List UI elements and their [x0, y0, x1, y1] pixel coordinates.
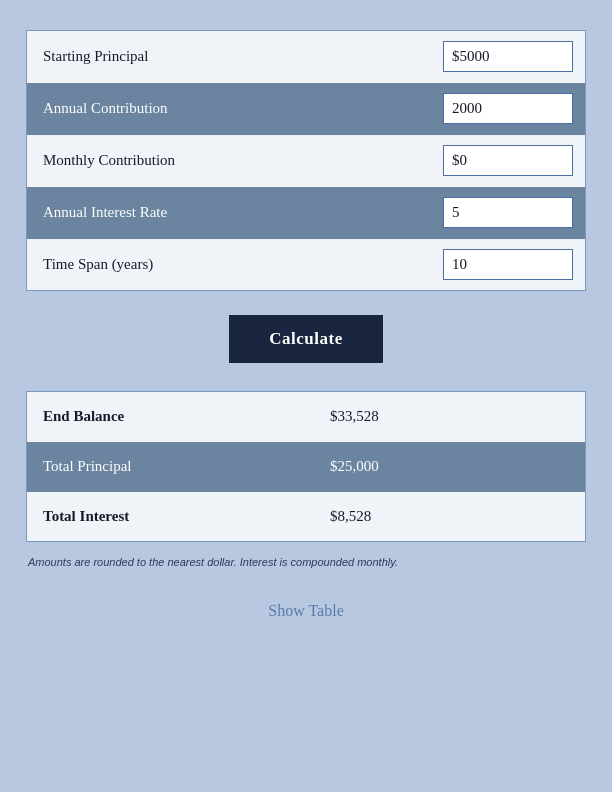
- calculate-button[interactable]: Calculate: [229, 315, 382, 363]
- input-row-cell-2[interactable]: [334, 135, 586, 187]
- input-row-cell-3[interactable]: [334, 187, 586, 239]
- button-container: Calculate: [26, 315, 586, 363]
- result-label-2: Total Interest: [27, 492, 307, 542]
- result-label-1: Total Principal: [27, 442, 307, 492]
- annual-contribution-input[interactable]: [443, 93, 573, 124]
- input-row-cell-4[interactable]: [334, 239, 586, 291]
- show-table-link[interactable]: Show Table: [26, 602, 586, 620]
- input-row-label-0: Starting Principal: [27, 31, 334, 83]
- input-row-label-1: Annual Contribution: [27, 83, 334, 135]
- time-span-input[interactable]: [443, 249, 573, 280]
- input-row-label-3: Annual Interest Rate: [27, 187, 334, 239]
- results-table: End Balance$33,528Total Principal$25,000…: [26, 391, 586, 542]
- monthly-contribution-input[interactable]: [443, 145, 573, 176]
- annual-interest-rate-input[interactable]: [443, 197, 573, 228]
- input-row-label-2: Monthly Contribution: [27, 135, 334, 187]
- input-row-cell-1[interactable]: [334, 83, 586, 135]
- input-table: Starting PrincipalAnnual ContributionMon…: [26, 30, 586, 291]
- result-value-1: $25,000: [306, 442, 586, 492]
- starting-principal-input[interactable]: [443, 41, 573, 72]
- result-value-0: $33,528: [306, 392, 586, 442]
- result-label-0: End Balance: [27, 392, 307, 442]
- input-row-label-4: Time Span (years): [27, 239, 334, 291]
- calculator-container: Starting PrincipalAnnual ContributionMon…: [26, 30, 586, 620]
- disclaimer-text: Amounts are rounded to the nearest dolla…: [26, 552, 586, 572]
- input-row-cell-0[interactable]: [334, 31, 586, 83]
- result-value-2: $8,528: [306, 492, 586, 542]
